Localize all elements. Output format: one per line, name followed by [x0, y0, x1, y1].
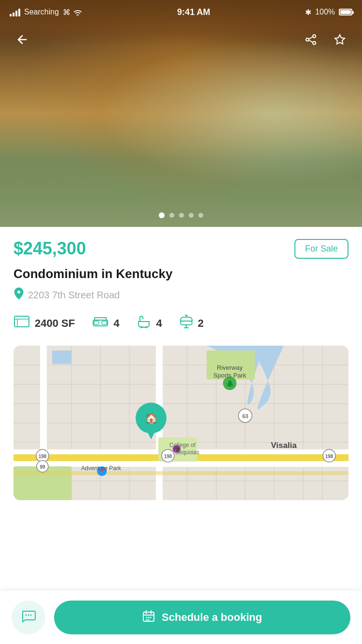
back-button[interactable] — [12, 29, 33, 50]
svg-line-18 — [146, 326, 147, 328]
svg-text:198: 198 — [325, 454, 334, 459]
svg-marker-5 — [335, 35, 345, 44]
address-row: 2203 7th Street Road — [14, 287, 348, 303]
svg-line-17 — [141, 326, 142, 328]
status-left: Searching ⌘ — [10, 8, 83, 17]
beds-value: 4 — [113, 317, 119, 330]
baths-icon — [137, 315, 151, 332]
wifi-icon: ⌘ — [63, 8, 82, 17]
favorite-button[interactable] — [329, 29, 350, 50]
status-bar: Searching ⌘ 9:41 AM ✱ 100% — [0, 0, 362, 24]
bottom-bar: Schedule a booking — [0, 591, 362, 644]
svg-text:Visalia: Visalia — [271, 441, 297, 450]
battery-icon — [339, 9, 352, 15]
svg-text:198: 198 — [39, 454, 47, 459]
svg-point-85 — [146, 617, 148, 618]
svg-rect-7 — [14, 316, 29, 327]
property-address: 2203 7th Street Road — [28, 290, 120, 301]
beds-stat: 4 — [92, 315, 119, 331]
svg-text:College of: College of — [169, 442, 196, 448]
property-map[interactable]: 🏠 🌲 📍 🎓 Riverway Sports Park College of … — [14, 346, 348, 500]
toilets-icon — [180, 314, 193, 332]
svg-point-88 — [146, 619, 148, 621]
toilets-value: 2 — [198, 317, 204, 330]
image-pagination — [159, 212, 203, 218]
schedule-booking-button[interactable]: Schedule a booking — [54, 601, 350, 634]
chat-button[interactable] — [12, 601, 45, 634]
baths-stat: 4 — [137, 315, 162, 332]
sqft-icon — [14, 315, 30, 331]
carrier-text: Searching — [24, 8, 59, 16]
svg-text:🌲: 🌲 — [226, 379, 235, 388]
svg-line-3 — [309, 37, 313, 39]
svg-point-6 — [17, 291, 20, 294]
svg-text:Sports Park: Sports Park — [213, 372, 246, 379]
share-button[interactable] — [300, 29, 321, 50]
map-svg: 🏠 🌲 📍 🎓 Riverway Sports Park College of … — [14, 346, 348, 500]
bluetooth-icon: ✱ — [305, 8, 311, 17]
status-right: ✱ 100% — [305, 8, 352, 17]
hero-image — [0, 0, 362, 227]
svg-text:Adventure Park: Adventure Park — [81, 465, 122, 472]
svg-point-1 — [313, 42, 316, 44]
svg-text:63: 63 — [242, 413, 248, 419]
svg-point-78 — [26, 614, 27, 616]
svg-line-4 — [309, 40, 313, 42]
dot-1 — [159, 212, 165, 218]
svg-rect-52 — [14, 471, 348, 475]
svg-text:198: 198 — [164, 454, 172, 459]
svg-text:Riverway: Riverway — [217, 364, 243, 371]
svg-point-87 — [150, 617, 152, 618]
baths-value: 4 — [156, 317, 162, 330]
svg-text:🏠: 🏠 — [145, 412, 158, 425]
svg-rect-19 — [181, 321, 192, 325]
svg-rect-12 — [102, 321, 107, 324]
dot-5 — [198, 213, 203, 218]
svg-point-89 — [148, 619, 150, 621]
property-price: $245,300 — [14, 238, 86, 259]
schedule-label: Schedule a booking — [162, 611, 262, 624]
svg-rect-11 — [94, 321, 99, 324]
location-icon — [14, 287, 24, 303]
svg-point-80 — [30, 614, 32, 616]
dot-2 — [169, 213, 174, 218]
svg-point-0 — [313, 35, 316, 38]
svg-text:99: 99 — [40, 464, 45, 470]
dot-3 — [179, 213, 184, 218]
hero-nav — [0, 29, 362, 50]
price-row: $245,300 For Sale — [14, 238, 348, 259]
svg-rect-50 — [52, 350, 71, 364]
property-content: $245,300 For Sale Condominium in Kentuck… — [0, 227, 362, 500]
svg-point-86 — [148, 617, 150, 618]
status-time: 9:41 AM — [177, 7, 210, 17]
svg-point-2 — [306, 38, 309, 41]
signal-icon — [10, 8, 20, 16]
dot-4 — [189, 213, 194, 218]
sqft-value: 2400 SF — [35, 317, 75, 330]
toilets-stat: 2 — [180, 314, 204, 332]
svg-point-79 — [28, 614, 29, 616]
stats-row: 2400 SF 4 — [14, 314, 348, 332]
for-sale-badge[interactable]: For Sale — [294, 239, 348, 259]
chat-icon — [21, 608, 36, 627]
beds-icon — [92, 315, 109, 331]
battery-text: 100% — [315, 8, 335, 16]
property-title: Condominium in Kentucky — [14, 266, 348, 281]
calendar-icon — [142, 610, 155, 625]
sqft-stat: 2400 SF — [14, 315, 75, 331]
